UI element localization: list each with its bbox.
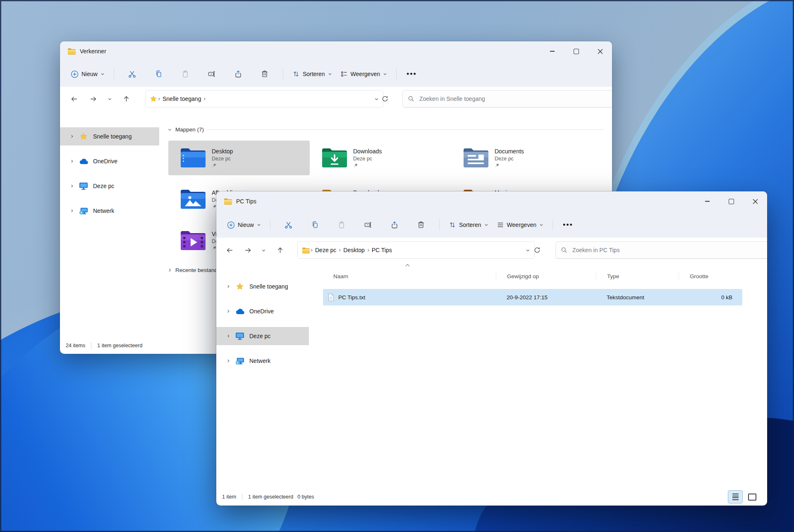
close-button[interactable] [743, 191, 767, 211]
pin-icon [353, 163, 382, 168]
large-icons-view-button[interactable] [745, 490, 760, 503]
chevron-right-icon[interactable] [224, 309, 233, 313]
search-box[interactable] [402, 90, 612, 107]
sidebar-item-deze-pc[interactable]: Deze pc [60, 177, 159, 195]
view-button[interactable]: Weergeven [336, 66, 391, 82]
file-row-pc-tips-txt[interactable]: PC Tips.txt 20-9-2022 17:15 Tekstdocumen… [323, 289, 742, 305]
more-options-button[interactable]: ••• [402, 70, 422, 79]
tile-desktop[interactable]: Desktop Deze pc [168, 141, 310, 175]
sidebar-item-snelle-toegang[interactable]: Snelle toegang [216, 277, 309, 296]
search-icon [408, 95, 414, 102]
refresh-button[interactable] [378, 91, 392, 106]
chevron-right-icon[interactable] [224, 334, 233, 338]
column-header-naam[interactable]: Naam [323, 272, 496, 281]
breadcrumb-segment-pc-tips[interactable]: PC Tips [370, 247, 394, 253]
breadcrumb-segment-desktop[interactable]: Desktop [342, 247, 366, 253]
breadcrumb-segment[interactable]: Snelle toegang [161, 95, 203, 102]
rename-button[interactable] [359, 217, 378, 233]
close-button[interactable] [588, 41, 612, 61]
sidebar-item-onedrive[interactable]: OneDrive [216, 302, 309, 320]
cut-button[interactable] [279, 217, 298, 233]
chevron-right-icon[interactable] [167, 268, 172, 272]
folder-icon [302, 247, 310, 253]
item-count: 24 items [66, 343, 85, 348]
up-button[interactable] [273, 243, 287, 258]
back-button[interactable] [67, 91, 81, 106]
copy-button[interactable] [306, 217, 325, 233]
delete-button[interactable] [411, 217, 430, 233]
documents-folder-icon [463, 147, 489, 169]
view-button[interactable]: Weergeven [493, 217, 548, 233]
sidebar-item-netwerk[interactable]: Netwerk [60, 202, 159, 220]
forward-button[interactable] [240, 243, 255, 258]
delete-button[interactable] [255, 66, 274, 82]
plus-circle-icon [227, 221, 235, 229]
titlebar[interactable]: Verkenner [60, 41, 612, 61]
new-button[interactable]: Nieuw [67, 66, 109, 82]
sort-ascending-icon [405, 263, 410, 267]
command-bar: Nieuw Sorteren Weergeven ••• [216, 212, 767, 238]
pictures-folder-icon [180, 188, 206, 210]
navigation-bar: Deze pc Desktop PC Tips [216, 238, 767, 263]
search-box[interactable] [555, 241, 767, 259]
sidebar-item-label: Snelle toegang [93, 133, 132, 140]
chevron-right-icon [203, 97, 206, 101]
sidebar-item-label: OneDrive [249, 308, 274, 315]
paste-button[interactable] [332, 217, 351, 233]
section-header-mappen[interactable]: Mappen (7) [167, 126, 604, 133]
refresh-button[interactable] [530, 243, 545, 258]
up-button[interactable] [119, 91, 134, 106]
rename-button[interactable] [202, 66, 221, 82]
share-button[interactable] [229, 66, 248, 82]
sort-button[interactable]: Sorteren [288, 66, 336, 82]
maximize-button[interactable] [719, 191, 743, 211]
sidebar-item-onedrive[interactable]: OneDrive [60, 152, 159, 170]
sidebar: Snelle toegang OneDrive Deze pc Netwerk [216, 262, 311, 488]
paste-button[interactable] [176, 66, 195, 82]
cut-button[interactable] [123, 66, 142, 82]
chevron-right-icon[interactable] [224, 284, 233, 289]
history-dropdown-button[interactable] [104, 91, 115, 106]
chevron-right-icon[interactable] [67, 134, 77, 138]
window-body: Snelle toegang OneDrive Deze pc Netwerk [216, 262, 767, 488]
chevron-down-icon[interactable] [167, 127, 172, 132]
address-bar[interactable]: Deze pc Desktop PC Tips [297, 241, 535, 259]
maximize-button[interactable] [564, 41, 588, 61]
chevron-right-icon[interactable] [224, 359, 233, 363]
sidebar-item-deze-pc[interactable]: Deze pc [216, 327, 309, 345]
sidebar-item-netwerk[interactable]: Netwerk [216, 352, 309, 370]
minimize-button[interactable] [695, 191, 719, 211]
new-button-label: Nieuw [81, 71, 98, 77]
forward-button[interactable] [86, 91, 100, 106]
chevron-right-icon[interactable] [67, 184, 77, 188]
share-button[interactable] [385, 217, 404, 233]
chevron-down-icon [539, 223, 543, 227]
sort-button[interactable]: Sorteren [445, 217, 493, 233]
chevron-right-icon[interactable] [67, 209, 77, 213]
new-button[interactable]: Nieuw [223, 217, 265, 233]
network-icon [234, 356, 245, 365]
column-header-grootte[interactable]: Grootte [679, 272, 737, 281]
column-header-type[interactable]: Type [596, 272, 679, 281]
titlebar[interactable]: PC Tips [216, 191, 767, 211]
column-header-gewijzigd-op[interactable]: Gewijzigd op [496, 272, 596, 281]
details-view-button[interactable] [728, 490, 743, 503]
desktop-folder-icon [180, 147, 206, 169]
address-bar[interactable]: Snelle toegang [145, 90, 383, 107]
search-input[interactable] [572, 246, 766, 254]
search-input[interactable] [419, 95, 611, 103]
copy-button[interactable] [149, 66, 168, 82]
sidebar-item-snelle-toegang[interactable]: Snelle toegang [60, 127, 159, 146]
command-bar: Nieuw Sorteren Weergeven ••• [60, 61, 612, 87]
more-options-button[interactable]: ••• [558, 221, 578, 229]
history-dropdown-button[interactable] [258, 243, 269, 258]
tile-documents[interactable]: Documents Deze pc [451, 141, 593, 175]
breadcrumb-segment-deze-pc[interactable]: Deze pc [313, 247, 338, 253]
tile-subtitle: Deze pc [353, 155, 382, 162]
minimize-button[interactable] [540, 41, 564, 61]
network-icon [78, 206, 89, 215]
window-title: Verkenner [80, 48, 106, 55]
tile-downloads[interactable]: Downloads Deze pc [310, 141, 451, 175]
back-button[interactable] [222, 243, 237, 258]
chevron-right-icon[interactable] [67, 159, 77, 163]
